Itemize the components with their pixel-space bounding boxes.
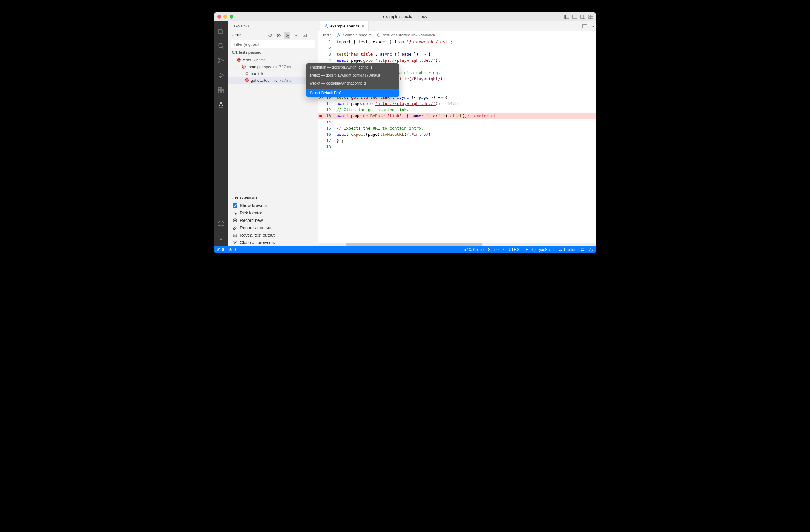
svg-rect-20	[222, 87, 224, 89]
refresh-icon[interactable]	[266, 32, 273, 38]
breakpoint-icon[interactable]	[318, 113, 324, 119]
editor-tab[interactable]: example.spec.ts ✕	[320, 21, 369, 32]
toggle-panel-icon[interactable]	[572, 14, 577, 19]
svg-rect-7	[589, 15, 590, 16]
sidebar-title: TESTING	[233, 24, 249, 28]
svg-point-24	[287, 35, 289, 37]
toggle-secondary-sidebar-icon[interactable]	[580, 14, 585, 19]
svg-point-28	[246, 72, 248, 75]
tree-row-tests[interactable]: ⌄ tests 727ms	[228, 56, 318, 63]
errors-count[interactable]: 0	[217, 248, 224, 252]
svg-rect-1	[565, 15, 566, 18]
breadcrumb[interactable]: tests › example.spec.ts › test('get star…	[318, 32, 596, 39]
svg-rect-10	[591, 17, 593, 18]
svg-rect-5	[581, 15, 585, 18]
svg-rect-25	[303, 34, 306, 36]
window-title: example.spec.ts — docs	[214, 14, 596, 19]
chevron-down-split-icon[interactable]: ⌄	[292, 32, 299, 38]
chevron-down-icon[interactable]: ⌄	[231, 33, 234, 37]
horizontal-scrollbar[interactable]	[318, 243, 596, 246]
svg-point-36	[320, 115, 322, 117]
run-all-icon[interactable]	[275, 32, 282, 38]
svg-rect-8	[591, 15, 593, 16]
testing-sidebar: TESTING ··· ⌄ TES... ⌄ ··· 0/1 tests pas…	[228, 21, 318, 246]
pick-locator-item[interactable]: Pick locator	[228, 209, 318, 217]
indentation[interactable]: Spaces: 2	[488, 248, 504, 252]
svg-point-22	[220, 222, 222, 225]
customize-layout-icon[interactable]	[588, 14, 593, 19]
language-mode[interactable]: { } TypeScript	[532, 248, 554, 252]
tree-row-test2[interactable]: get started link 727ms	[228, 77, 318, 84]
section-label: TES...	[235, 33, 244, 37]
svg-line-12	[222, 47, 224, 48]
plus-circle-icon	[233, 218, 237, 223]
run-debug-icon[interactable]	[214, 68, 228, 83]
feedback-icon[interactable]	[580, 248, 585, 252]
extensions-icon[interactable]	[214, 83, 228, 98]
beaker-icon	[324, 24, 328, 28]
encoding[interactable]: UTF-8	[509, 248, 519, 252]
svg-rect-19	[221, 90, 224, 93]
show-output-icon[interactable]	[301, 32, 308, 38]
eol[interactable]: LF	[523, 248, 528, 252]
activity-bar	[214, 21, 228, 246]
warnings-count[interactable]: 0	[228, 248, 236, 252]
svg-rect-9	[589, 17, 590, 18]
tree-row-file[interactable]: ⌄ example.spec.ts 727ms	[228, 63, 318, 70]
app-window: example.spec.ts — docs TESTING ···	[214, 12, 596, 253]
window-controls	[217, 15, 233, 18]
status-bar: 0 0 Ln 13, Col 50 Spaces: 2 UTF-8 LF { }…	[214, 246, 596, 253]
svg-point-14	[218, 62, 220, 63]
close-window-button[interactable]	[217, 15, 221, 18]
profile-dropdown: chromium — docs/playwright.config.ts fir…	[306, 63, 399, 97]
svg-rect-17	[218, 87, 221, 90]
settings-gear-icon[interactable]	[214, 231, 228, 246]
svg-point-15	[222, 60, 224, 62]
reveal-output-item[interactable]: Reveal test output	[228, 231, 318, 239]
tests-passed-status: 0/1 tests passed	[228, 49, 318, 56]
debug-run-icon[interactable]	[284, 32, 290, 38]
close-tab-icon[interactable]: ✕	[361, 24, 364, 28]
test-tree: ⌄ tests 727ms ⌄ example.spec.ts 727ms ha…	[228, 56, 318, 84]
notifications-icon[interactable]	[589, 248, 593, 252]
chevron-down-icon[interactable]: ⌄	[231, 196, 234, 200]
minimize-window-button[interactable]	[224, 15, 227, 18]
titlebar: example.spec.ts — docs	[214, 12, 596, 21]
split-editor-icon[interactable]	[583, 24, 587, 29]
dropdown-item[interactable]: firefox — docs/playwright.config.ts (Def…	[306, 71, 399, 79]
svg-point-23	[220, 238, 222, 240]
terminal-icon	[233, 233, 237, 238]
edit-icon	[233, 226, 237, 230]
tree-row-test1[interactable]: has title	[228, 70, 318, 77]
playwright-title: PLAYWRIGHT	[235, 196, 257, 200]
titlebar-layout-controls	[564, 14, 593, 19]
dropdown-item[interactable]: chromium — docs/playwright.config.ts	[306, 63, 399, 71]
search-icon[interactable]	[214, 38, 228, 53]
maximize-window-button[interactable]	[230, 15, 233, 18]
prettier-status[interactable]: Prettier	[559, 248, 576, 252]
svg-point-13	[218, 58, 220, 60]
explorer-icon[interactable]	[214, 23, 228, 38]
svg-rect-18	[218, 90, 221, 93]
toggle-primary-sidebar-icon[interactable]	[564, 14, 569, 19]
editor-area: example.spec.ts ✕ ··· tests › example.sp…	[318, 21, 596, 246]
record-new-item[interactable]: Record new	[228, 217, 318, 224]
testing-icon[interactable]	[214, 98, 228, 112]
svg-rect-32	[233, 234, 237, 236]
cursor-position[interactable]: Ln 13, Col 50	[461, 248, 483, 252]
close-icon	[233, 240, 237, 245]
show-browser-checkbox[interactable]	[233, 203, 237, 208]
editor-tabs: example.spec.ts ✕ ···	[318, 21, 596, 32]
close-all-item[interactable]: Close all browsers	[228, 239, 318, 246]
method-icon	[377, 33, 381, 37]
filter-input[interactable]	[231, 40, 315, 48]
more-actions-icon[interactable]: ···	[309, 24, 313, 28]
more-icon[interactable]: ···	[310, 32, 317, 38]
dropdown-item[interactable]: webkit — docs/playwright.config.ts	[306, 79, 399, 87]
more-icon[interactable]: ···	[590, 24, 594, 29]
select-default-profile[interactable]: Select Default Profile	[306, 89, 399, 97]
source-control-icon[interactable]	[214, 53, 228, 68]
accounts-icon[interactable]	[214, 217, 228, 231]
record-at-cursor-item[interactable]: Record at cursor	[228, 224, 318, 231]
show-browser-item[interactable]: Show browser	[228, 202, 318, 209]
